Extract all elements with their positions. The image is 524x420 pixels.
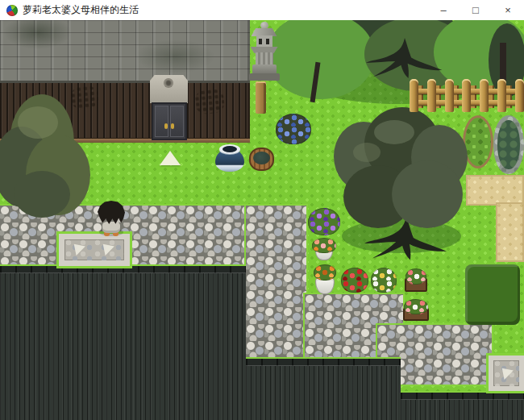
wooden-tub <box>249 148 274 171</box>
ceramic-pot <box>215 144 244 172</box>
wood-post <box>256 81 266 114</box>
pink-flower-planter-2 <box>403 299 429 322</box>
fence-post <box>480 79 489 112</box>
fence-post <box>497 79 506 112</box>
door-emblem-icon <box>164 78 173 88</box>
stone-sign <box>489 356 524 391</box>
marker-inner <box>64 239 124 260</box>
peach-blooms <box>312 238 336 253</box>
title-bar: 萝莉老太婆义母相伴的生活 – □ × <box>0 0 524 20</box>
sign-inner <box>493 360 519 386</box>
door-lintel <box>150 75 188 103</box>
large-tree <box>334 107 468 260</box>
tree-trunk <box>500 43 506 81</box>
close-button[interactable]: × <box>492 0 524 20</box>
bush-highlight <box>18 106 58 139</box>
marker-arrow-icon <box>98 239 114 256</box>
red-flower-bush <box>341 268 368 293</box>
fence-post <box>427 79 436 112</box>
tree-highlight <box>353 143 381 162</box>
cobblestone-path <box>246 206 306 359</box>
game-viewport[interactable] <box>0 20 524 420</box>
window-controls: – □ × <box>427 0 524 20</box>
app-window: 萝莉老太婆义母相伴的生活 – □ × <box>0 0 524 420</box>
stone-pond <box>493 115 524 174</box>
roof-ridge <box>0 266 246 273</box>
pond-water <box>497 120 520 169</box>
fence-post <box>445 79 454 112</box>
tree-highlight <box>374 120 414 144</box>
blue-flower-bush <box>276 114 311 144</box>
pot-mouth <box>222 146 237 152</box>
orange-flower-pot <box>313 264 337 295</box>
lantern-plinth <box>249 73 280 81</box>
lantern-head <box>256 35 272 48</box>
dark-tile-roof-left <box>0 266 246 420</box>
log-fence <box>410 79 524 112</box>
maximize-button[interactable]: □ <box>460 0 492 20</box>
tree-canopy <box>392 160 463 228</box>
dirt-path <box>466 175 524 206</box>
pink-blooms <box>404 299 428 314</box>
house-door <box>152 102 187 140</box>
lantern-window <box>266 39 269 44</box>
pink-blooms <box>405 268 426 285</box>
hedge <box>465 264 520 325</box>
peach-flower-pot <box>312 238 336 261</box>
bush-clump <box>14 171 70 218</box>
tree-roots <box>361 38 448 78</box>
tub-water <box>253 152 270 164</box>
orange-blooms <box>314 264 336 281</box>
door-knob <box>171 123 174 129</box>
minimize-button[interactable]: – <box>427 0 460 20</box>
up-triangle-indicator <box>160 151 181 165</box>
window-title: 萝莉老太婆义母相伴的生活 <box>23 3 139 17</box>
stone-lantern <box>246 22 282 81</box>
stone-path-marker <box>59 234 130 266</box>
large-bush <box>0 94 95 223</box>
door-knob <box>164 123 168 129</box>
dirt-path <box>496 202 524 262</box>
player-character <box>96 201 127 236</box>
fence-post <box>462 79 471 112</box>
pink-flower-planter <box>405 268 427 293</box>
character-body <box>102 222 120 233</box>
roof-ridge <box>246 359 401 366</box>
lantern-finial <box>260 22 268 29</box>
marker-arrow-icon <box>69 239 85 256</box>
house-roof <box>0 20 250 83</box>
app-icon <box>6 5 18 16</box>
fence-post <box>515 79 524 112</box>
lantern-column <box>256 52 273 65</box>
sign-arrow-icon <box>497 364 514 380</box>
door-leaf-right <box>170 106 184 137</box>
dark-tile-roof-middle <box>246 359 401 420</box>
roof-ridge <box>401 393 524 400</box>
dark-tile-roof-right <box>401 393 524 420</box>
lantern-window <box>259 39 262 44</box>
door-leaf-left <box>155 106 168 137</box>
fence-post <box>410 79 418 112</box>
white-flower-bush <box>371 268 397 293</box>
